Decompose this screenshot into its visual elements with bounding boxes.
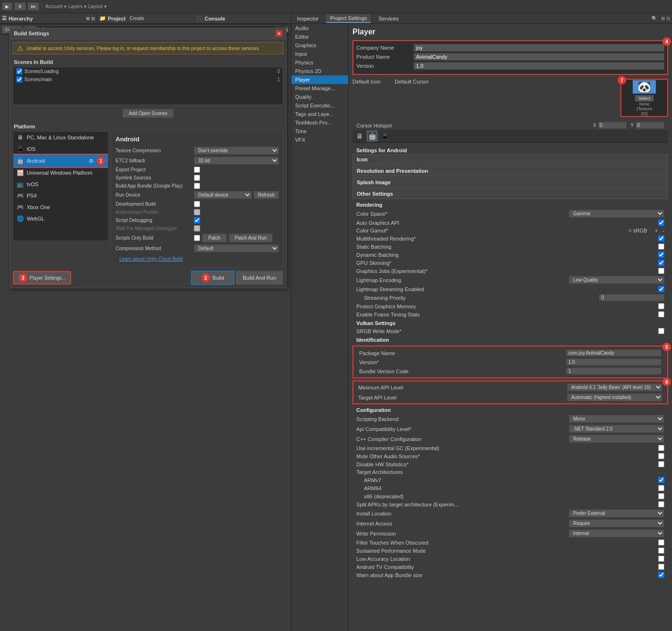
settings-search[interactable]: 🔍 bbox=[651, 16, 657, 21]
platform-item-ps4[interactable]: 🎮 PS4 bbox=[13, 190, 108, 201]
scene-checkbox-1[interactable] bbox=[16, 76, 22, 83]
sidebar-item-vfx[interactable]: VFX bbox=[291, 136, 348, 144]
low-accuracy-checkbox[interactable] bbox=[658, 556, 664, 562]
bundle-version-input[interactable] bbox=[566, 368, 661, 375]
texture-compression-select[interactable]: Don't override bbox=[194, 147, 279, 155]
sidebar-item-scriptexecution[interactable]: Script Executio... bbox=[291, 101, 348, 110]
split-apks-checkbox[interactable] bbox=[658, 501, 664, 507]
run-device-select[interactable]: Default device bbox=[194, 191, 252, 199]
tab-project-settings[interactable]: Project Settings bbox=[326, 14, 371, 23]
scripting-backend-select[interactable]: Mono bbox=[569, 415, 664, 423]
sidebar-item-input[interactable]: Input bbox=[291, 50, 348, 58]
etc2-fallback-select[interactable]: 32-bit bbox=[194, 157, 279, 165]
arm64-checkbox[interactable] bbox=[658, 485, 664, 491]
armv7-checkbox[interactable] bbox=[658, 477, 664, 483]
platform-item-ios[interactable]: 📱 iOS bbox=[13, 143, 108, 155]
sidebar-item-tagsandlayers[interactable]: Tags and Laye... bbox=[291, 110, 348, 118]
mute-audio-checkbox[interactable] bbox=[658, 453, 664, 459]
api-compat-select[interactable]: .NET Standard 2.0 bbox=[569, 425, 664, 433]
id-version-input[interactable] bbox=[566, 358, 661, 366]
platform-item-pc[interactable]: 🖥 PC, Mac & Linux Standalone bbox=[13, 132, 108, 143]
platform-tab-android[interactable]: 🤖 bbox=[367, 131, 377, 141]
multithreaded-checkbox[interactable] bbox=[658, 235, 664, 242]
scene-checkbox-0[interactable] bbox=[16, 68, 22, 74]
splash-section-header[interactable]: Splash Image bbox=[352, 177, 668, 188]
platform-item-xboxone[interactable]: 🎮 Xbox One bbox=[13, 201, 108, 213]
export-project-checkbox[interactable] bbox=[194, 167, 200, 173]
lightmap-streaming-checkbox[interactable] bbox=[658, 286, 664, 292]
patch-btn[interactable]: Patch bbox=[202, 233, 227, 242]
toolbar-btn-3[interactable]: ⏭ bbox=[28, 2, 39, 11]
dynamic-batching-checkbox[interactable] bbox=[658, 252, 664, 258]
platform-item-tvos[interactable]: 📺 tvOS bbox=[13, 179, 108, 190]
project-create-btn[interactable]: Create bbox=[129, 16, 144, 21]
sustained-performance-checkbox[interactable] bbox=[658, 547, 664, 554]
platform-tab-ios[interactable]: 📱 bbox=[379, 131, 390, 141]
build-main-btn[interactable]: 2 Build bbox=[191, 271, 235, 285]
cpp-compiler-select[interactable]: Release bbox=[569, 435, 664, 443]
platform-item-uwp[interactable]: 🪟 Universal Windows Platform bbox=[13, 167, 108, 179]
sidebar-item-physics[interactable]: Physics bbox=[291, 58, 348, 67]
sidebar-item-graphics[interactable]: Graphics bbox=[291, 41, 348, 50]
refresh-btn[interactable]: Refresh bbox=[254, 191, 279, 199]
lightmap-encoding-select[interactable]: Low Quality bbox=[569, 276, 664, 284]
development-build-checkbox[interactable] bbox=[194, 201, 200, 207]
symlink-sources-checkbox[interactable] bbox=[194, 175, 200, 181]
frame-timing-checkbox[interactable] bbox=[658, 311, 664, 317]
color-space-select[interactable]: Gamma bbox=[569, 210, 664, 218]
gpu-skinning-checkbox[interactable] bbox=[658, 260, 664, 266]
cloud-build-link[interactable]: Learn about Unity Cloud Build bbox=[116, 255, 187, 263]
write-permission-select[interactable]: Internal bbox=[569, 529, 664, 537]
company-name-input[interactable] bbox=[414, 44, 664, 52]
streaming-priority-input[interactable] bbox=[599, 294, 664, 301]
platform-item-webgl[interactable]: 🌐 WebGL bbox=[13, 213, 108, 224]
sidebar-item-textmeshpro[interactable]: TextMesh Pro... bbox=[291, 118, 348, 127]
build-app-bundle-checkbox[interactable] bbox=[194, 183, 200, 189]
package-name-input[interactable] bbox=[566, 349, 661, 357]
sidebar-item-player[interactable]: Player bbox=[291, 75, 348, 84]
icon-section-header[interactable]: Icon bbox=[352, 154, 668, 165]
protect-graphics-checkbox[interactable] bbox=[658, 303, 664, 309]
sidebar-item-editor[interactable]: Editor bbox=[291, 32, 348, 41]
script-debugging-checkbox[interactable] bbox=[194, 217, 200, 223]
tab-services[interactable]: Services bbox=[374, 15, 402, 22]
toolbar-btn-2[interactable]: ⏸ bbox=[14, 2, 26, 11]
sidebar-item-audio[interactable]: Audio bbox=[291, 24, 348, 32]
sidebar-item-physics2d[interactable]: Physics 2D bbox=[291, 67, 348, 75]
incremental-gc-checkbox[interactable] bbox=[658, 445, 664, 451]
sidebar-item-quality[interactable]: Quality bbox=[291, 93, 348, 101]
install-location-select[interactable]: Prefer External bbox=[569, 509, 664, 517]
sidebar-item-presetmanager[interactable]: Preset Manage... bbox=[291, 84, 348, 93]
scripts-only-build-checkbox[interactable] bbox=[194, 235, 200, 241]
patch-and-run-btn[interactable]: Patch And Run bbox=[229, 233, 273, 242]
x86-checkbox[interactable] bbox=[658, 493, 664, 499]
warn-bundle-checkbox[interactable] bbox=[658, 572, 664, 578]
add-open-scenes-btn[interactable]: Add Open Scenes bbox=[122, 109, 173, 118]
internet-access-select[interactable]: Require bbox=[569, 519, 664, 527]
icon-select-btn[interactable]: Select bbox=[635, 95, 653, 102]
tab-inspector[interactable]: Inspector bbox=[293, 15, 322, 22]
cursor-y-field[interactable] bbox=[636, 122, 664, 129]
resolution-section-header[interactable]: Resolution and Presentation bbox=[352, 166, 668, 176]
player-settings-btn[interactable]: 3 Player Settings... bbox=[13, 271, 71, 284]
auto-graphics-checkbox[interactable] bbox=[658, 220, 664, 226]
sidebar-item-time[interactable]: Time bbox=[291, 127, 348, 136]
disable-hw-checkbox[interactable] bbox=[658, 461, 664, 467]
modal-close-btn[interactable]: ✕ bbox=[276, 30, 282, 37]
other-settings-header[interactable]: Other Settings bbox=[352, 189, 668, 199]
version-input[interactable] bbox=[414, 62, 664, 70]
color-gamut-add-btn[interactable]: + bbox=[655, 228, 658, 233]
build-and-run-btn[interactable]: Build And Run bbox=[235, 271, 283, 285]
compression-method-select[interactable]: Default bbox=[194, 244, 279, 252]
color-gamut-remove-btn[interactable]: - bbox=[662, 228, 664, 233]
filter-touches-checkbox[interactable] bbox=[658, 539, 664, 546]
platform-tab-standalone[interactable]: 🖥 bbox=[354, 131, 365, 141]
toolbar-btn-1[interactable]: ▶ bbox=[2, 2, 12, 11]
target-api-select[interactable]: Automatic (highest installed) bbox=[567, 393, 662, 401]
graphics-jobs-checkbox[interactable] bbox=[658, 268, 664, 274]
min-api-select[interactable]: Android 4.1 'Jelly Bean' (API level 16) bbox=[567, 383, 662, 391]
srgb-write-checkbox[interactable] bbox=[658, 328, 664, 334]
cursor-x-field[interactable] bbox=[598, 122, 627, 129]
static-batching-checkbox[interactable] bbox=[658, 243, 664, 250]
android-tv-checkbox[interactable] bbox=[658, 564, 664, 570]
